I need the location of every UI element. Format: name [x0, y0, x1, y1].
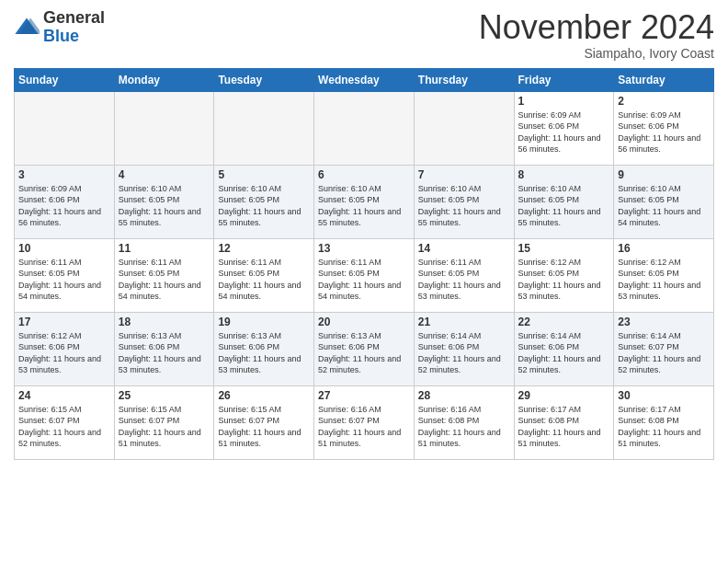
day-number: 7 — [418, 168, 510, 181]
page: General Blue November 2024 Siampaho, Ivo… — [0, 0, 728, 474]
day-number: 30 — [618, 389, 710, 402]
day-info: Sunrise: 6:13 AMSunset: 6:06 PMDaylight:… — [119, 331, 201, 375]
calendar-cell: 25 Sunrise: 6:15 AMSunset: 6:07 PMDaylig… — [114, 385, 214, 459]
day-number: 17 — [18, 316, 110, 328]
day-info: Sunrise: 6:11 AMSunset: 6:05 PMDaylight:… — [318, 258, 401, 302]
calendar-cell: 5 Sunrise: 6:10 AMSunset: 6:05 PMDayligh… — [214, 165, 314, 238]
day-info: Sunrise: 6:10 AMSunset: 6:05 PMDaylight:… — [518, 184, 601, 228]
day-info: Sunrise: 6:10 AMSunset: 6:05 PMDaylight:… — [418, 184, 501, 228]
calendar-cell: 27 Sunrise: 6:16 AMSunset: 6:07 PMDaylig… — [314, 385, 415, 459]
calendar-cell: 24 Sunrise: 6:15 AMSunset: 6:07 PMDaylig… — [15, 385, 115, 459]
calendar-cell: 28 Sunrise: 6:16 AMSunset: 6:08 PMDaylig… — [414, 385, 514, 459]
day-info: Sunrise: 6:09 AMSunset: 6:06 PMDaylight:… — [18, 184, 101, 228]
day-number: 6 — [318, 168, 410, 181]
calendar-cell: 11 Sunrise: 6:11 AMSunset: 6:05 PMDaylig… — [114, 238, 214, 312]
day-info: Sunrise: 6:11 AMSunset: 6:05 PMDaylight:… — [418, 258, 501, 302]
day-number: 23 — [618, 316, 710, 328]
header-row: Sunday Monday Tuesday Wednesday Thursday… — [15, 68, 714, 91]
day-info: Sunrise: 6:15 AMSunset: 6:07 PMDaylight:… — [18, 405, 101, 449]
calendar-cell: 29 Sunrise: 6:17 AMSunset: 6:08 PMDaylig… — [514, 385, 614, 459]
logo-blue-text: Blue — [43, 27, 79, 45]
day-info: Sunrise: 6:14 AMSunset: 6:06 PMDaylight:… — [518, 331, 601, 375]
logo: General Blue — [14, 9, 105, 46]
day-info: Sunrise: 6:12 AMSunset: 6:05 PMDaylight:… — [518, 258, 601, 302]
day-number: 1 — [518, 95, 610, 108]
day-info: Sunrise: 6:11 AMSunset: 6:05 PMDaylight:… — [218, 258, 301, 302]
calendar-cell: 30 Sunrise: 6:17 AMSunset: 6:08 PMDaylig… — [614, 385, 714, 459]
day-number: 12 — [218, 242, 310, 255]
calendar-cell: 12 Sunrise: 6:11 AMSunset: 6:05 PMDaylig… — [214, 238, 314, 312]
calendar-cell: 19 Sunrise: 6:13 AMSunset: 6:06 PMDaylig… — [214, 312, 314, 385]
calendar-cell — [314, 91, 415, 165]
day-number: 8 — [518, 168, 610, 181]
calendar-week-row: 17 Sunrise: 6:12 AMSunset: 6:06 PMDaylig… — [15, 312, 714, 385]
calendar-cell: 6 Sunrise: 6:10 AMSunset: 6:05 PMDayligh… — [314, 165, 415, 238]
day-info: Sunrise: 6:11 AMSunset: 6:05 PMDaylight:… — [119, 258, 201, 302]
logo-icon — [14, 15, 40, 40]
calendar-table: Sunday Monday Tuesday Wednesday Thursday… — [14, 68, 714, 460]
day-number: 3 — [18, 168, 110, 181]
logo-general-text: General — [43, 8, 105, 27]
day-info: Sunrise: 6:09 AMSunset: 6:06 PMDaylight:… — [518, 110, 601, 155]
calendar-cell: 8 Sunrise: 6:10 AMSunset: 6:05 PMDayligh… — [514, 165, 614, 238]
day-number: 5 — [218, 168, 310, 181]
col-tuesday: Tuesday — [214, 68, 314, 91]
calendar-cell: 14 Sunrise: 6:11 AMSunset: 6:05 PMDaylig… — [414, 238, 514, 312]
day-number: 2 — [618, 95, 710, 108]
day-number: 4 — [119, 168, 210, 181]
day-info: Sunrise: 6:17 AMSunset: 6:08 PMDaylight:… — [618, 405, 700, 449]
calendar-cell: 1 Sunrise: 6:09 AMSunset: 6:06 PMDayligh… — [514, 91, 614, 165]
day-number: 20 — [318, 316, 410, 328]
day-number: 18 — [119, 316, 210, 328]
day-info: Sunrise: 6:12 AMSunset: 6:05 PMDaylight:… — [618, 258, 700, 302]
header: General Blue November 2024 Siampaho, Ivo… — [14, 9, 714, 61]
calendar-cell: 23 Sunrise: 6:14 AMSunset: 6:07 PMDaylig… — [614, 312, 714, 385]
day-info: Sunrise: 6:14 AMSunset: 6:07 PMDaylight:… — [618, 331, 700, 375]
calendar-week-row: 3 Sunrise: 6:09 AMSunset: 6:06 PMDayligh… — [15, 165, 714, 238]
day-number: 22 — [518, 316, 610, 328]
calendar-cell: 26 Sunrise: 6:15 AMSunset: 6:07 PMDaylig… — [214, 385, 314, 459]
calendar-cell: 10 Sunrise: 6:11 AMSunset: 6:05 PMDaylig… — [15, 238, 115, 312]
day-number: 27 — [318, 389, 410, 402]
day-number: 16 — [618, 242, 710, 255]
title-block: November 2024 Siampaho, Ivory Coast — [479, 9, 714, 61]
day-number: 15 — [518, 242, 610, 255]
day-number: 21 — [418, 316, 510, 328]
calendar-cell: 2 Sunrise: 6:09 AMSunset: 6:06 PMDayligh… — [614, 91, 714, 165]
col-friday: Friday — [514, 68, 614, 91]
day-number: 9 — [618, 168, 710, 181]
day-number: 10 — [18, 242, 110, 255]
calendar-cell: 9 Sunrise: 6:10 AMSunset: 6:05 PMDayligh… — [614, 165, 714, 238]
day-number: 11 — [119, 242, 210, 255]
day-info: Sunrise: 6:13 AMSunset: 6:06 PMDaylight:… — [318, 331, 401, 375]
calendar-cell: 20 Sunrise: 6:13 AMSunset: 6:06 PMDaylig… — [314, 312, 415, 385]
calendar-week-row: 1 Sunrise: 6:09 AMSunset: 6:06 PMDayligh… — [15, 91, 714, 165]
calendar-week-row: 10 Sunrise: 6:11 AMSunset: 6:05 PMDaylig… — [15, 238, 714, 312]
day-info: Sunrise: 6:16 AMSunset: 6:07 PMDaylight:… — [318, 405, 401, 449]
col-wednesday: Wednesday — [314, 68, 415, 91]
day-number: 25 — [119, 389, 210, 402]
day-info: Sunrise: 6:10 AMSunset: 6:05 PMDaylight:… — [218, 184, 301, 228]
day-number: 14 — [418, 242, 510, 255]
calendar-cell: 4 Sunrise: 6:10 AMSunset: 6:05 PMDayligh… — [114, 165, 214, 238]
calendar-cell: 22 Sunrise: 6:14 AMSunset: 6:06 PMDaylig… — [514, 312, 614, 385]
col-saturday: Saturday — [614, 68, 714, 91]
day-info: Sunrise: 6:15 AMSunset: 6:07 PMDaylight:… — [218, 405, 301, 449]
calendar-cell: 3 Sunrise: 6:09 AMSunset: 6:06 PMDayligh… — [15, 165, 115, 238]
day-number: 26 — [218, 389, 310, 402]
day-number: 19 — [218, 316, 310, 328]
day-info: Sunrise: 6:12 AMSunset: 6:06 PMDaylight:… — [18, 331, 101, 375]
calendar-cell — [114, 91, 214, 165]
calendar-cell: 16 Sunrise: 6:12 AMSunset: 6:05 PMDaylig… — [614, 238, 714, 312]
day-info: Sunrise: 6:13 AMSunset: 6:06 PMDaylight:… — [218, 331, 301, 375]
calendar-cell: 18 Sunrise: 6:13 AMSunset: 6:06 PMDaylig… — [114, 312, 214, 385]
col-thursday: Thursday — [414, 68, 514, 91]
col-sunday: Sunday — [15, 68, 115, 91]
calendar-cell: 15 Sunrise: 6:12 AMSunset: 6:05 PMDaylig… — [514, 238, 614, 312]
day-number: 28 — [418, 389, 510, 402]
calendar-cell: 7 Sunrise: 6:10 AMSunset: 6:05 PMDayligh… — [414, 165, 514, 238]
calendar-cell: 21 Sunrise: 6:14 AMSunset: 6:06 PMDaylig… — [414, 312, 514, 385]
day-info: Sunrise: 6:10 AMSunset: 6:05 PMDaylight:… — [318, 184, 401, 228]
day-info: Sunrise: 6:09 AMSunset: 6:06 PMDaylight:… — [618, 110, 700, 155]
month-title: November 2024 — [479, 9, 714, 46]
